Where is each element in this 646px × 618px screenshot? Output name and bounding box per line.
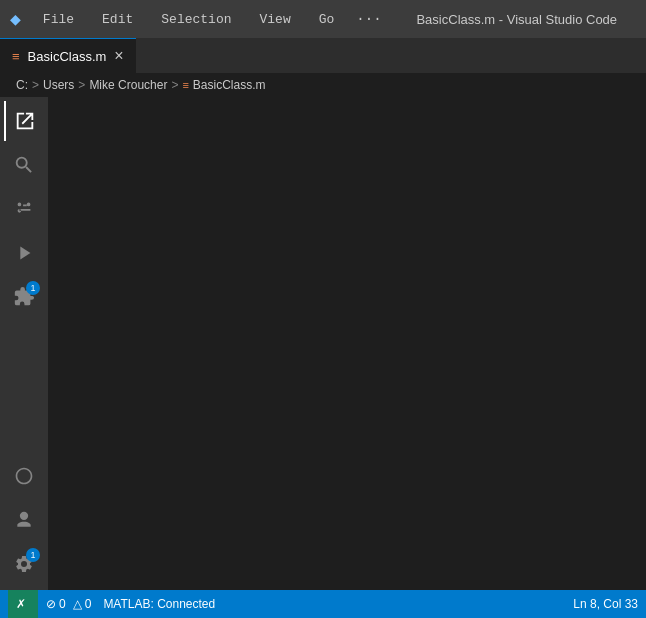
editor[interactable]	[48, 97, 646, 590]
account-icon[interactable]	[4, 500, 44, 540]
breadcrumb-sep3: >	[171, 78, 178, 92]
menu-file[interactable]: File	[37, 8, 80, 31]
statusbar: ✗ ⊘ 0 △ 0 MATLAB: Connected Ln 8, Col 33	[0, 590, 646, 618]
window-title: BasicClass.m - Visual Studio Code	[398, 12, 636, 27]
error-number: 0	[59, 597, 66, 611]
menu-selection[interactable]: Selection	[155, 8, 237, 31]
menu-dots[interactable]: ···	[356, 11, 381, 27]
breadcrumb-c: C:	[16, 78, 28, 92]
breadcrumb-sep1: >	[32, 78, 39, 92]
breadcrumb-user: Mike Croucher	[89, 78, 167, 92]
breadcrumb-sep2: >	[78, 78, 85, 92]
run-icon[interactable]	[4, 233, 44, 273]
git-icon: ✗	[16, 597, 26, 611]
breadcrumb-file: BasicClass.m	[193, 78, 266, 92]
tab-close-button[interactable]: ×	[114, 47, 123, 65]
app-logo: ◆	[10, 8, 21, 30]
code-area[interactable]	[92, 97, 646, 590]
error-icon: ⊘	[46, 597, 56, 611]
extensions-badge: 1	[26, 281, 40, 295]
warning-icon: △	[73, 597, 82, 611]
menu-edit[interactable]: Edit	[96, 8, 139, 31]
main-area: 1 1	[0, 97, 646, 590]
breadcrumb-file-icon: ≡	[182, 79, 188, 91]
source-control-icon[interactable]	[4, 189, 44, 229]
git-branch[interactable]: ✗	[8, 590, 38, 618]
explorer-icon[interactable]	[4, 101, 44, 141]
settings-badge: 1	[26, 548, 40, 562]
matlab-status: MATLAB: Connected	[103, 597, 215, 611]
menu-go[interactable]: Go	[313, 8, 341, 31]
breadcrumb-users: Users	[43, 78, 74, 92]
tabbar: ≡ BasicClass.m ×	[0, 38, 646, 73]
tab-file-icon: ≡	[12, 49, 20, 64]
error-count[interactable]: ⊘ 0 △ 0	[46, 597, 91, 611]
titlebar: ◆ File Edit Selection View Go ··· BasicC…	[0, 0, 646, 38]
remote-icon[interactable]	[4, 456, 44, 496]
search-icon[interactable]	[4, 145, 44, 185]
editor-tab[interactable]: ≡ BasicClass.m ×	[0, 38, 136, 73]
activitybar: 1 1	[0, 97, 48, 590]
settings-icon[interactable]: 1	[4, 544, 44, 584]
cursor-position: Ln 8, Col 33	[573, 597, 638, 611]
warning-number: 0	[85, 597, 92, 611]
breadcrumb: C: > Users > Mike Croucher > ≡ BasicClas…	[0, 73, 646, 97]
menu-view[interactable]: View	[254, 8, 297, 31]
line-numbers	[48, 97, 92, 590]
tab-label: BasicClass.m	[28, 49, 107, 64]
extensions-icon[interactable]: 1	[4, 277, 44, 317]
